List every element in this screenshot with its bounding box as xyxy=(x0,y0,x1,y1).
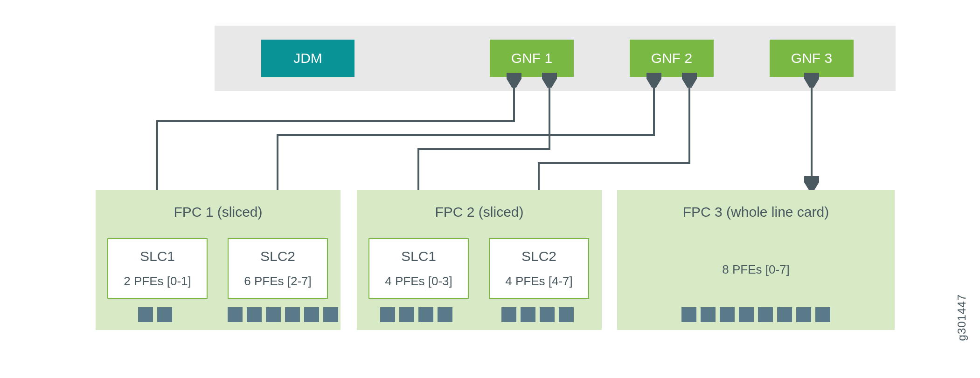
pfe-square xyxy=(796,307,811,322)
gnf2-box: GNF 2 xyxy=(630,40,714,77)
pfe-square xyxy=(739,307,754,322)
fpc1-slc2-name: SLC2 xyxy=(260,248,295,264)
pfe-square xyxy=(815,307,830,322)
pfe-square xyxy=(418,307,433,322)
fpc2-title: FPC 2 (sliced) xyxy=(357,204,602,220)
pfe-square xyxy=(777,307,792,322)
diagram-canvas: JDM GNF 1 GNF 2 GNF 3 FPC 1 (sliced) SLC… xyxy=(0,0,980,378)
fpc2-panel: FPC 2 (sliced) SLC1 4 PFEs [0-3] SLC2 4 … xyxy=(357,190,602,330)
fpc1-title: FPC 1 (sliced) xyxy=(96,204,341,220)
jdm-box: JDM xyxy=(261,40,354,77)
pfe-square xyxy=(138,307,153,322)
fpc3-title: FPC 3 (whole line card) xyxy=(617,204,895,220)
fpc1-slc2-pfe-squares xyxy=(228,307,338,322)
pfe-square xyxy=(266,307,281,322)
fpc1-slc1: SLC1 2 PFEs [0-1] xyxy=(107,238,208,299)
fpc1-slc2-pfes: 6 PFEs [2-7] xyxy=(244,274,312,289)
gnf1-box: GNF 1 xyxy=(490,40,574,77)
pfe-square xyxy=(701,307,716,322)
pfe-square xyxy=(228,307,243,322)
pfe-square xyxy=(304,307,319,322)
fpc1-slc2: SLC2 6 PFEs [2-7] xyxy=(228,238,328,299)
pfe-square xyxy=(758,307,773,322)
pfe-square xyxy=(323,307,338,322)
pfe-square xyxy=(540,307,555,322)
gnf3-box: GNF 3 xyxy=(770,40,854,77)
pfe-square xyxy=(399,307,414,322)
fpc2-slc1-pfe-squares xyxy=(380,307,452,322)
fpc1-slc1-pfe-squares xyxy=(138,307,172,322)
fpc1-slc1-pfes: 2 PFEs [0-1] xyxy=(124,274,191,289)
pfe-square xyxy=(720,307,735,322)
pfe-square xyxy=(380,307,395,322)
pfe-square xyxy=(521,307,535,322)
pfe-square xyxy=(681,307,696,322)
pfe-square xyxy=(438,307,452,322)
fpc3-panel: FPC 3 (whole line card) 8 PFEs [0-7] xyxy=(617,190,895,330)
fpc1-slc1-name: SLC1 xyxy=(140,248,175,264)
fpc2-slc1-pfes: 4 PFEs [0-3] xyxy=(385,274,452,289)
fpc2-slc2-pfes: 4 PFEs [4-7] xyxy=(505,274,573,289)
fpc2-slc2: SLC2 4 PFEs [4-7] xyxy=(489,238,589,299)
fpc2-slc2-pfe-squares xyxy=(501,307,574,322)
pfe-square xyxy=(285,307,300,322)
fpc2-slc1-name: SLC1 xyxy=(401,248,436,264)
pfe-square xyxy=(157,307,172,322)
fpc2-slc2-name: SLC2 xyxy=(521,248,556,264)
fpc3-pfe-squares xyxy=(681,307,830,322)
figure-number: g301447 xyxy=(955,294,968,341)
fpc3-pfes-text: 8 PFEs [0-7] xyxy=(617,262,895,277)
pfe-square xyxy=(501,307,516,322)
fpc1-panel: FPC 1 (sliced) SLC1 2 PFEs [0-1] SLC2 6 … xyxy=(96,190,341,330)
pfe-square xyxy=(559,307,574,322)
fpc2-slc1: SLC1 4 PFEs [0-3] xyxy=(368,238,469,299)
pfe-square xyxy=(247,307,262,322)
